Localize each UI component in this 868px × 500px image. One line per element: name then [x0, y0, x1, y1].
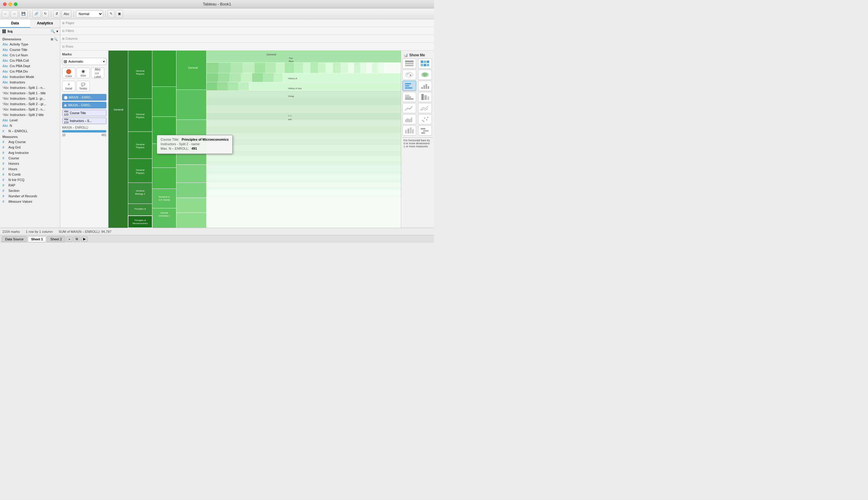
field-n-intr-fcq[interactable]: # N Intr FCQ: [0, 177, 60, 183]
marks-detail-btn[interactable]: ⚬ Detail: [62, 81, 75, 92]
field-rap[interactable]: # RAP: [0, 183, 60, 188]
treemap-row[interactable]: [207, 183, 401, 187]
treemap-row[interactable]: [207, 156, 401, 161]
treemap-cell[interactable]: [176, 144, 207, 165]
treemap-cell[interactable]: [152, 87, 176, 117]
treemap-cell[interactable]: [207, 73, 218, 82]
treemap-cell[interactable]: [152, 50, 176, 87]
treemap-cell[interactable]: [207, 82, 217, 91]
marks-size-btn[interactable]: ◉ Size: [77, 67, 90, 78]
treemap-cell[interactable]: [218, 73, 229, 82]
treemap-cell[interactable]: [152, 168, 176, 189]
treemap-row[interactable]: [207, 113, 401, 120]
treemap-row[interactable]: [207, 151, 401, 156]
field-activity-type[interactable]: Abc Activity Type: [0, 42, 60, 47]
treemap-cell[interactable]: [360, 62, 366, 73]
sm-dual-lines[interactable]: [418, 103, 432, 113]
duplicate-sheet-icon[interactable]: ⧉: [74, 237, 80, 242]
treemap-cell[interactable]: [325, 62, 333, 73]
treemap-row[interactable]: [207, 161, 401, 166]
tab-analytics[interactable]: Analytics: [30, 19, 60, 28]
marks-type-selector[interactable]: ⊞ Automatic ▾: [62, 58, 107, 65]
field-measure-values[interactable]: # Measure Values: [0, 199, 60, 204]
tab-data[interactable]: Data: [0, 19, 30, 28]
treemap-row[interactable]: [207, 105, 401, 113]
treemap-cell[interactable]: [219, 62, 231, 73]
marks-field-instructors-split[interactable]: Abc123 Instructors – S...: [62, 117, 107, 124]
treemap-cell[interactable]: [285, 62, 294, 73]
treemap-row[interactable]: [207, 175, 401, 179]
treemap-cell[interactable]: [310, 62, 318, 73]
sm-heat-map[interactable]: [418, 58, 432, 69]
maximize-button[interactable]: [14, 2, 18, 6]
treemap-cell[interactable]: [384, 62, 401, 73]
undo-button[interactable]: ←: [2, 10, 9, 18]
treemap-cell[interactable]: [152, 189, 176, 208]
close-button[interactable]: [3, 2, 7, 6]
treemap-cell[interactable]: [176, 183, 207, 198]
treemap-cell[interactable]: [333, 62, 341, 73]
present-icon[interactable]: ▶: [81, 237, 88, 242]
treemap-cell[interactable]: [243, 62, 255, 73]
sm-histogram[interactable]: [402, 125, 416, 136]
field-course[interactable]: # Course: [0, 156, 60, 161]
field-instructors-split1-title[interactable]: *Abc Instructors - Split 1 - title: [0, 90, 60, 96]
treemap-row[interactable]: [207, 120, 401, 126]
treemap-cell[interactable]: [176, 165, 207, 183]
sm-map-filled[interactable]: [418, 70, 432, 80]
field-n[interactable]: Abc N: [0, 123, 60, 128]
field-instructors-split2-n[interactable]: *Abc Instructors - Split 2 - n...: [0, 106, 60, 112]
treemap-cell[interactable]: [238, 82, 249, 91]
marks-color-btn[interactable]: ⬤ Color: [62, 67, 75, 78]
treemap-cell[interactable]: [348, 62, 354, 73]
treemap-cell[interactable]: [109, 50, 128, 228]
treemap-cell[interactable]: [303, 62, 310, 73]
sm-stacked-bars[interactable]: [402, 92, 416, 102]
treemap-cell[interactable]: [217, 82, 227, 91]
treemap-cell[interactable]: [341, 62, 348, 73]
treemap-cell[interactable]: [207, 62, 219, 73]
connect-button[interactable]: 🔗: [32, 10, 41, 18]
marks-field-course-title[interactable]: Abc123 Course Title: [62, 110, 107, 116]
view-select[interactable]: Normal: [76, 10, 103, 18]
treemap-cell[interactable]: [265, 62, 276, 73]
field-number-of-records[interactable]: # Number of Records: [0, 193, 60, 199]
treemap-cell[interactable]: [176, 50, 207, 90]
field-instructors-split1-n[interactable]: *Abc Instructors - Split 1 - n...: [0, 85, 60, 90]
treemap-row[interactable]: [207, 139, 401, 145]
treemap-row[interactable]: [207, 126, 401, 133]
field-instructors-split1-gr[interactable]: *Abc Instructors - Split 1- gr...: [0, 96, 60, 101]
treemap-cell-principles[interactable]: [128, 216, 152, 228]
treemap-row[interactable]: [207, 133, 401, 139]
treemap-cell[interactable]: [252, 73, 263, 82]
sm-horiz-bars[interactable]: [402, 81, 416, 91]
field-instruction-mode[interactable]: Abc Instruction Mode: [0, 74, 60, 80]
field-section[interactable]: # Section: [0, 188, 60, 193]
redo-button[interactable]: →: [11, 10, 18, 18]
treemap-row[interactable]: [207, 166, 401, 170]
treemap-row[interactable]: [207, 145, 401, 151]
treemap-cell[interactable]: [152, 144, 176, 168]
sm-text-table[interactable]: [402, 58, 416, 69]
treemap-row[interactable]: [207, 190, 401, 194]
marks-tooltip-btn[interactable]: 💬 Tooltip: [77, 81, 90, 92]
field-course-title[interactable]: Abc Course Title: [0, 47, 60, 53]
treemap-cell[interactable]: [255, 62, 265, 73]
treemap-cell[interactable]: [152, 116, 176, 144]
sm-line-chart[interactable]: [402, 103, 416, 113]
field-instructors-split2-gr[interactable]: *Abc Instructors - Split 2 - gr...: [0, 101, 60, 106]
treemap-cell[interactable]: [229, 73, 241, 82]
treemap-cell[interactable]: [176, 213, 207, 228]
sm-scatter[interactable]: [418, 114, 432, 124]
treemap-cell[interactable]: [282, 73, 401, 82]
field-crs-lvl-num[interactable]: Abc Crs Lvl Num: [0, 53, 60, 58]
field-n-enroll[interactable]: # N – ENROLL: [0, 128, 60, 134]
sheet1-tab[interactable]: Sheet 1: [28, 236, 46, 242]
treemap-cell[interactable]: [152, 208, 176, 228]
field-crs-pba-coll[interactable]: Abc Crs PBA Coll: [0, 58, 60, 63]
field-instructors-split2-title[interactable]: *Abc Instructors - Split 2 title: [0, 112, 60, 117]
treemap-row[interactable]: [207, 197, 401, 228]
treemap-cell[interactable]: [176, 90, 207, 120]
sm-area-chart[interactable]: [402, 114, 416, 124]
field-avg-instructor[interactable]: # Avg Instructor: [0, 150, 60, 156]
